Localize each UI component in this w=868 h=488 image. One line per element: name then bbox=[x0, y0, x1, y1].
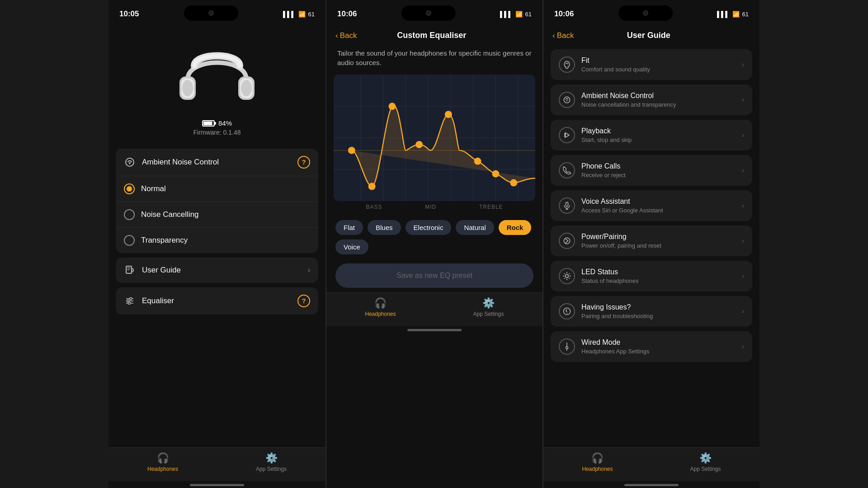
wired-mode-icon bbox=[559, 338, 575, 355]
status-bar-2: 10:06 ▌▌▌ 📶 61 bbox=[326, 0, 542, 25]
nav-headphones-3[interactable]: 🎧 Headphones bbox=[543, 452, 651, 472]
dynamic-island-3 bbox=[618, 5, 673, 21]
wifi-icon-2: 📶 bbox=[515, 11, 523, 18]
user-guide-card[interactable]: User Guide › bbox=[116, 258, 318, 283]
ambient-noise-question[interactable]: ? bbox=[297, 156, 310, 169]
radio-transparency[interactable]: Transparency bbox=[116, 228, 318, 253]
preset-natural[interactable]: Natural bbox=[456, 220, 494, 235]
guide-page-title: User Guide bbox=[574, 31, 723, 40]
preset-electronic[interactable]: Electronic bbox=[406, 220, 452, 235]
guide-item-voice-assistant[interactable]: Voice Assistant Access Siri or Google As… bbox=[551, 190, 752, 221]
svg-point-43 bbox=[566, 275, 569, 278]
eq-chart-svg bbox=[334, 75, 535, 201]
svg-point-34 bbox=[510, 179, 517, 187]
guide-item-ambient[interactable]: Ambient Noise Control Noise cancellation… bbox=[551, 84, 752, 115]
ambient-noise-item[interactable]: Ambient Noise Control ? bbox=[116, 149, 318, 176]
radio-normal-circle bbox=[124, 183, 135, 194]
phone-1-content: 84% Firmware: 0.1.48 Ambient Noise Contr… bbox=[108, 25, 326, 488]
preset-blues[interactable]: Blues bbox=[368, 220, 401, 235]
signal-icon-1: ▌▌▌ bbox=[283, 11, 296, 18]
eq-page-header: ‹ Back Custom Equaliser bbox=[326, 25, 542, 45]
user-guide-item[interactable]: User Guide › bbox=[116, 258, 318, 283]
wired-mode-subtitle: Headphones App Settings bbox=[581, 348, 742, 355]
status-time-3: 10:06 bbox=[554, 9, 574, 19]
guide-item-playback[interactable]: Playback Start, stop and skip › bbox=[551, 120, 752, 150]
led-status-text: LED Status Status of headphones bbox=[581, 268, 742, 284]
phone-calls-icon bbox=[559, 162, 575, 178]
equaliser-icon bbox=[124, 296, 136, 306]
wired-mode-text: Wired Mode Headphones App Settings bbox=[581, 338, 742, 355]
equaliser-card[interactable]: Equaliser ? bbox=[116, 287, 318, 314]
home-indicator-3 bbox=[624, 484, 679, 486]
eq-labels: BASS MID TREBLE bbox=[334, 201, 535, 213]
svg-point-27 bbox=[348, 147, 355, 154]
fit-text: Fit Comfort and sound quality bbox=[581, 56, 742, 73]
equaliser-question[interactable]: ? bbox=[297, 295, 310, 307]
having-issues-icon bbox=[559, 303, 575, 319]
playback-subtitle: Start, stop and skip bbox=[581, 136, 742, 143]
radio-nc-label: Noise Cancelling bbox=[141, 210, 199, 219]
ambient-noise-label: Ambient Noise Control bbox=[142, 158, 291, 167]
phone-calls-chevron: › bbox=[742, 166, 744, 174]
save-preset-button[interactable]: Save as new EQ preset bbox=[335, 263, 533, 288]
guide-back-label: Back bbox=[557, 31, 574, 40]
settings-nav-label-3: App Settings bbox=[690, 466, 721, 472]
nav-settings-3[interactable]: ⚙️ App Settings bbox=[651, 452, 760, 472]
svg-point-31 bbox=[445, 111, 452, 118]
settings-nav-label-1: App Settings bbox=[256, 466, 287, 472]
nav-headphones-1[interactable]: 🎧 Headphones bbox=[108, 452, 217, 472]
guide-item-wired-mode[interactable]: Wired Mode Headphones App Settings › bbox=[551, 331, 752, 362]
signal-icon-3: ▌▌▌ bbox=[717, 11, 730, 18]
svg-point-29 bbox=[388, 103, 396, 110]
status-time-1: 10:05 bbox=[119, 9, 139, 19]
ambient-guide-chevron: › bbox=[742, 96, 744, 104]
nav-settings-1[interactable]: ⚙️ App Settings bbox=[217, 452, 326, 472]
guide-back-button[interactable]: ‹ Back bbox=[552, 31, 574, 40]
user-guide-label: User Guide bbox=[142, 266, 302, 275]
phone-calls-subtitle: Receive or reject bbox=[581, 172, 742, 178]
svg-point-35 bbox=[564, 97, 570, 103]
wired-mode-title: Wired Mode bbox=[581, 338, 742, 347]
eq-back-button[interactable]: ‹ Back bbox=[335, 31, 357, 40]
phone-calls-text: Phone Calls Receive or reject bbox=[581, 162, 742, 178]
headphones-nav-label-1: Headphones bbox=[147, 466, 178, 472]
power-pairing-text: Power/Pairing Power on/off, pairing and … bbox=[581, 233, 742, 249]
svg-point-7 bbox=[129, 162, 131, 164]
settings-nav-icon-3: ⚙️ bbox=[699, 452, 712, 464]
preset-voice[interactable]: Voice bbox=[335, 239, 368, 254]
guide-item-having-issues[interactable]: Having Issues? Pairing and troubleshooti… bbox=[551, 296, 752, 327]
ambient-guide-title: Ambient Noise Control bbox=[581, 92, 742, 100]
voice-assistant-title: Voice Assistant bbox=[581, 197, 742, 206]
preset-flat[interactable]: Flat bbox=[335, 220, 363, 235]
status-time-2: 10:06 bbox=[337, 9, 357, 19]
playback-icon bbox=[559, 127, 575, 143]
voice-assistant-text: Voice Assistant Access Siri or Google As… bbox=[581, 197, 742, 214]
headphones-nav-icon-3: 🎧 bbox=[591, 452, 604, 464]
guide-item-fit[interactable]: Fit Comfort and sound quality › bbox=[551, 49, 752, 80]
guide-item-power-pairing[interactable]: Power/Pairing Power on/off, pairing and … bbox=[551, 225, 752, 256]
home-indicator-2 bbox=[407, 329, 462, 331]
equaliser-item[interactable]: Equaliser ? bbox=[116, 287, 318, 314]
svg-point-28 bbox=[368, 183, 376, 190]
svg-point-32 bbox=[474, 158, 481, 165]
voice-assistant-chevron: › bbox=[742, 202, 744, 210]
having-issues-chevron: › bbox=[742, 307, 744, 315]
camera-dot-2 bbox=[426, 10, 431, 16]
svg-rect-39 bbox=[566, 202, 568, 206]
radio-noise-cancelling[interactable]: Noise Cancelling bbox=[116, 202, 318, 228]
ambient-guide-subtitle: Noise cancellation and transparency bbox=[581, 101, 742, 108]
nav-settings-2[interactable]: ⚙️ App Settings bbox=[434, 297, 542, 317]
battery-info: 84% bbox=[202, 119, 232, 127]
nav-headphones-2[interactable]: 🎧 Headphones bbox=[326, 297, 434, 317]
radio-normal[interactable]: Normal bbox=[116, 176, 318, 202]
ambient-guide-icon bbox=[559, 92, 575, 108]
svg-point-30 bbox=[415, 141, 423, 148]
equaliser-label: Equaliser bbox=[142, 296, 291, 305]
guide-item-led-status[interactable]: LED Status Status of headphones › bbox=[551, 261, 752, 291]
eq-chart[interactable] bbox=[334, 75, 535, 201]
svg-line-48 bbox=[564, 273, 565, 274]
preset-rock[interactable]: Rock bbox=[499, 220, 532, 235]
ambient-noise-card[interactable]: Ambient Noise Control ? Normal Noise Can… bbox=[116, 149, 318, 253]
settings-nav-icon-2: ⚙️ bbox=[482, 297, 495, 309]
guide-item-phone-calls[interactable]: Phone Calls Receive or reject › bbox=[551, 155, 752, 186]
